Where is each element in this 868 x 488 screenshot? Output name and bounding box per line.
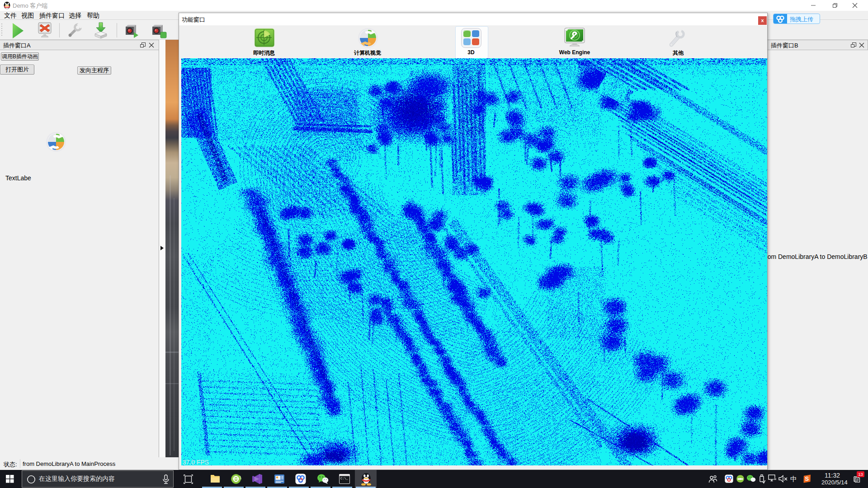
svg-text:C:\_: C:\_ — [340, 477, 349, 480]
svg-text:S: S — [805, 475, 809, 482]
